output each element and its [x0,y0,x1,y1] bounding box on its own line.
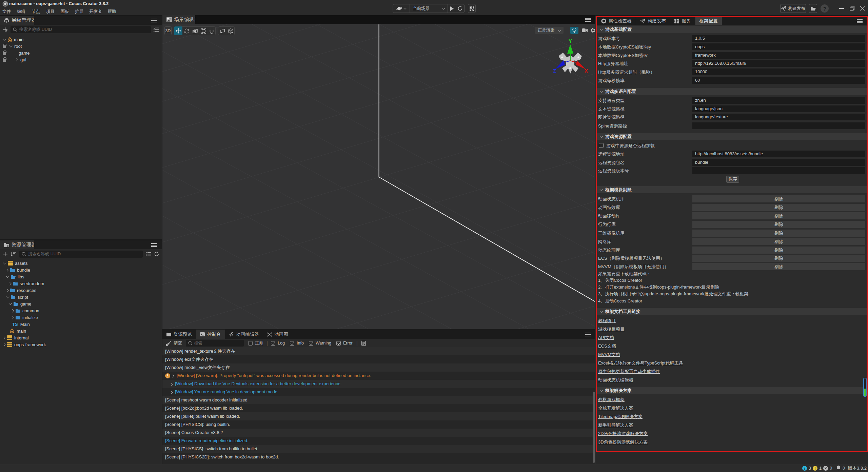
svg-text:Y: Y [569,38,572,44]
svg-text:Z: Z [553,68,556,74]
svg-text:i: i [804,466,805,470]
svg-text:X: X [585,68,588,74]
svg-text:!: ! [814,466,816,470]
